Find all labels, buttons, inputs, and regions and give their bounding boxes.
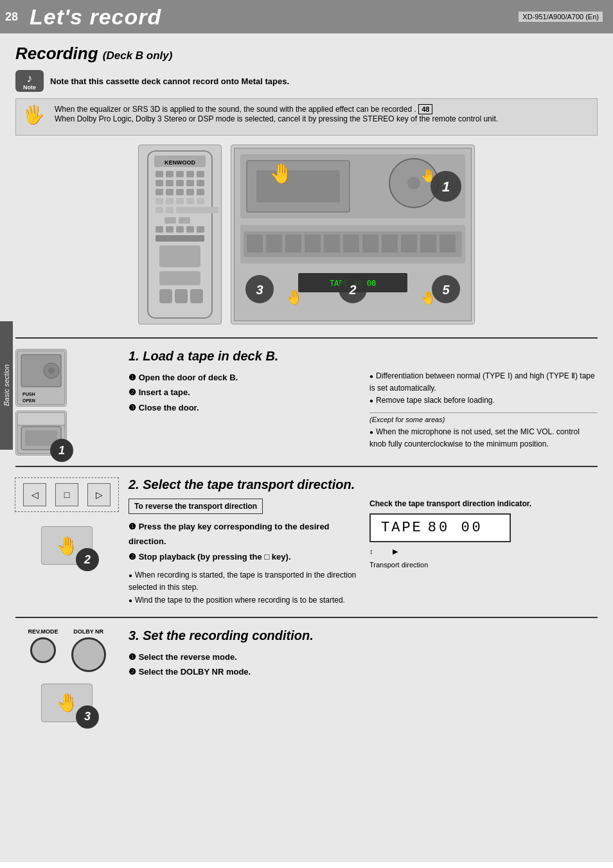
svg-rect-7 (197, 171, 204, 177)
step2-bullet-1: When recording is started, the tape is t… (129, 569, 357, 594)
svg-rect-38 (190, 289, 203, 303)
svg-rect-22 (197, 198, 204, 204)
step1-bullet-2: Remove tape slack before loading. (369, 394, 598, 407)
page-ref: 48 (418, 104, 432, 114)
section-title: Recording (Deck B only) (15, 44, 172, 63)
svg-rect-5 (176, 171, 184, 177)
svg-rect-6 (186, 171, 194, 177)
svg-rect-17 (197, 189, 204, 195)
svg-rect-36 (159, 289, 172, 303)
svg-text:1: 1 (442, 179, 450, 195)
note-text: Note that this cassette deck cannot reco… (50, 76, 289, 86)
deck-b-svg: PUSH OPEN (16, 350, 66, 406)
svg-text:5: 5 (442, 283, 450, 297)
step1-sub-steps-text: ❶ Open the door of deck B. ❷ Insert a ta… (129, 370, 357, 415)
step1-columns: ❶ Open the door of deck B. ❷ Insert a ta… (129, 370, 598, 450)
page-title: Let's record (30, 4, 161, 30)
svg-rect-24 (166, 207, 173, 213)
svg-text:🤚: 🤚 (420, 168, 436, 183)
transport-buttons-diagram: ◁ □ ▷ (15, 477, 119, 512)
step2-bullets: When recording is started, the tape is t… (129, 569, 357, 607)
step2-columns: To reverse the transport direction ❶ Pre… (129, 499, 598, 607)
svg-rect-37 (175, 289, 188, 303)
dolby-nr-knob: DOLBY NR (71, 628, 106, 672)
svg-rect-57 (440, 235, 456, 252)
svg-rect-8 (155, 180, 163, 186)
music-note-icon: ♪ (27, 72, 33, 85)
note-box: ♪ Note that this cassette deck cannot re… (15, 70, 598, 92)
svg-text:PUSH: PUSH (22, 392, 35, 396)
note-icon: ♪ (15, 70, 44, 92)
svg-rect-56 (420, 235, 436, 252)
main-unit-image: TAPE 80 00 1 3 2 5 🤚 🤚 🤚 🤚 (231, 145, 475, 324)
svg-rect-9 (166, 180, 173, 186)
svg-rect-51 (324, 235, 340, 252)
svg-text:OPEN: OPEN (22, 398, 35, 403)
tape-word: TAPE (381, 520, 423, 536)
step3-substeps: ❶ Select the reverse mode. ❷ Select the … (129, 650, 598, 680)
step1-substeps: ❶ Open the door of deck B. ❷ Insert a ta… (129, 370, 357, 450)
svg-rect-12 (197, 180, 204, 186)
svg-text:2: 2 (348, 283, 356, 297)
svg-rect-21 (186, 198, 194, 204)
svg-text:🤚: 🤚 (420, 290, 436, 305)
svg-rect-19 (166, 198, 173, 204)
svg-rect-27 (179, 217, 190, 224)
svg-rect-80 (17, 412, 65, 425)
svg-rect-13 (155, 189, 163, 195)
svg-text:3: 3 (256, 283, 263, 297)
info-box: 🖐 When the equalizer or SRS 3D is applie… (15, 98, 598, 136)
page-number: 28 (0, 8, 23, 26)
step2-bullet-2: Wind the tape to the position where reco… (129, 594, 357, 607)
transport-direction-label: Transport direction (369, 561, 428, 569)
svg-point-42 (407, 177, 420, 190)
direction-marker: ↕ ▶ (369, 547, 398, 556)
step1-heading: 1. Load a tape in deck B. (129, 349, 598, 364)
model-number: XD-951/A900/A700 (En) (519, 12, 603, 22)
remote-control-image: KENWOOD (138, 145, 222, 324)
stop-btn-icon: □ (55, 483, 78, 506)
svg-rect-4 (166, 171, 173, 177)
step1-content: 1. Load a tape in deck B. ❶ Open the doo… (129, 349, 598, 450)
svg-text:KENWOOD: KENWOOD (164, 159, 195, 166)
svg-rect-15 (176, 189, 184, 195)
svg-rect-11 (186, 180, 194, 186)
svg-rect-23 (155, 207, 163, 213)
svg-rect-28 (155, 226, 163, 233)
dolby-nr-label: DOLBY NR (73, 628, 103, 635)
step1-badge: 1 (50, 439, 73, 462)
svg-rect-26 (164, 217, 176, 224)
step2-content: 2. Select the tape transport direction. … (129, 477, 598, 607)
deck-b-image: PUSH OPEN (15, 349, 67, 407)
step2-sub-steps: ❶ Press the play key corresponding to th… (129, 519, 357, 564)
rev-mode-knob: REV.MODE (28, 628, 58, 663)
svg-rect-14 (166, 189, 173, 195)
svg-rect-34 (159, 245, 200, 267)
svg-rect-48 (266, 235, 282, 252)
step1-except-note: (Except for some areas) (369, 412, 598, 423)
svg-rect-31 (186, 226, 194, 233)
info-text: When the equalizer or SRS 3D is applied … (55, 104, 498, 123)
transport-direction-box: To reverse the transport direction (129, 499, 263, 514)
rewind-btn-icon: ◁ (23, 483, 46, 506)
svg-rect-35 (159, 271, 200, 285)
svg-rect-52 (343, 235, 359, 252)
knobs-row: REV.MODE DOLBY NR (28, 628, 105, 672)
svg-rect-54 (382, 235, 398, 252)
svg-text:🤚: 🤚 (269, 162, 294, 185)
tape-display: TAPE 80 00 (369, 513, 511, 542)
svg-rect-10 (176, 180, 184, 186)
section-title-area: Recording (Deck B only) (15, 44, 598, 64)
section-subtitle: (Deck B only) (103, 49, 173, 62)
svg-rect-20 (176, 198, 184, 204)
step1-mic-note: When the microphone is not used, set the… (369, 426, 598, 450)
play-btn-icon: ▷ (87, 483, 111, 506)
rev-mode-label: REV.MODE (28, 628, 58, 635)
step2-right-col: Check the tape transport direction indic… (369, 499, 598, 607)
step3-section: REV.MODE DOLBY NR 🤚 3 3. S (15, 617, 598, 732)
step3-heading: 3. Set the recording condition. (129, 628, 598, 643)
step2-heading: 2. Select the tape transport direction. (129, 477, 598, 492)
step1-mic-note-list: When the microphone is not used, set the… (369, 426, 598, 450)
step2-section: ◁ □ ▷ 🤚 2 2. Select the tape transport d… (15, 466, 598, 617)
step2-image: ◁ □ ▷ 🤚 2 (15, 477, 118, 565)
